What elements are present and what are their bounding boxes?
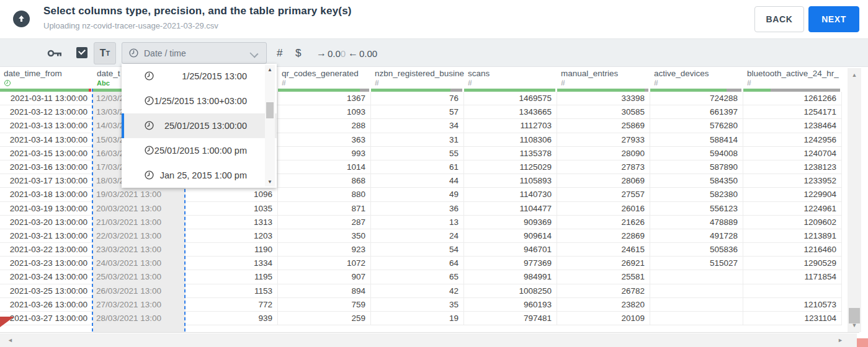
boolean-type-checkbox[interactable] <box>76 47 87 58</box>
table-cell: 2021-03-22 13:00:00 <box>0 243 93 257</box>
table-cell: 1014 <box>278 160 371 174</box>
clock-icon <box>144 95 154 106</box>
table-cell: 491728 <box>650 229 743 243</box>
arrow-up-icon <box>17 14 26 24</box>
dropdown-option[interactable]: 1/25/2015 13:00 <box>122 64 277 89</box>
dropdown-scroll-up-icon[interactable]: ▲ <box>265 67 275 72</box>
table-cell: 1105893 <box>464 174 557 188</box>
table-cell: 515027 <box>650 257 743 270</box>
currency-type-button[interactable]: $ <box>295 39 301 68</box>
table-cell: 42 <box>371 284 464 298</box>
number-type-indicator: # <box>375 79 464 87</box>
table-cell: 61 <box>371 160 464 174</box>
dropdown-option-label: 25/01/2015 1:00:00 pm <box>154 146 247 156</box>
table-cell: 1035 <box>186 202 278 216</box>
text-type-button[interactable]: TT <box>94 42 116 64</box>
back-button[interactable]: BACK <box>754 6 804 32</box>
table-cell: 505836 <box>650 243 743 257</box>
table-cell: 1195 <box>186 270 278 284</box>
table-cell: 2021-03-15 13:00:00 <box>0 147 93 160</box>
dropdown-scrollbar-thumb[interactable] <box>266 102 274 118</box>
table-cell: 19/03/2021 13:00 <box>93 188 186 201</box>
number-type-indicator: # <box>747 79 842 87</box>
table-cell: 556123 <box>650 202 743 216</box>
table-cell: 1367 <box>278 92 371 105</box>
datetime-format-select[interactable]: Date / time <box>122 42 267 64</box>
integer-type-button[interactable]: # <box>277 39 282 68</box>
table-cell: 26921 <box>557 257 650 270</box>
chevron-down-icon <box>249 49 258 58</box>
number-type-indicator: # <box>654 79 743 87</box>
column-header[interactable]: qr_codes_generated# <box>278 67 371 89</box>
table-cell: 1242956 <box>743 133 842 147</box>
table-cell: 22869 <box>557 229 650 243</box>
table-cell: 661397 <box>650 105 743 119</box>
table-cell: 797481 <box>464 312 557 325</box>
scroll-up-arrow-icon[interactable]: ▲ <box>848 72 861 78</box>
table-cell: 2021-03-13 13:00:00 <box>0 119 93 133</box>
arrow-right-icon: → <box>316 48 326 59</box>
increase-decimal-button[interactable]: →0.00 <box>316 39 346 68</box>
table-cell: 21626 <box>557 216 650 229</box>
table-cell: 576280 <box>650 119 743 133</box>
table-row: 2021-03-19 13:00:0020/03/2021 13:0010358… <box>0 202 842 216</box>
table-cell: 36 <box>371 202 464 216</box>
dropdown-option-label: 1/25/2015 13:00 <box>182 71 247 81</box>
dropdown-option[interactable]: 1/25/2015 13:00+03:00 <box>122 89 277 113</box>
column-name: qr_codes_generated <box>282 69 371 78</box>
table-cell: 20/03/2021 13:00 <box>93 202 186 216</box>
vertical-scrollbar-thumb[interactable] <box>849 308 860 323</box>
number-type-indicator: # <box>561 79 650 87</box>
table-cell: 923 <box>278 243 371 257</box>
table-row: 2021-03-18 13:00:0019/03/2021 13:0010968… <box>0 188 842 201</box>
wizard-header: Select columns type, precision, and the … <box>0 0 868 38</box>
table-cell: 24/03/2021 13:00 <box>93 257 186 270</box>
table-cell: 259 <box>278 312 371 325</box>
column-header[interactable]: active_devices# <box>650 67 743 89</box>
clock-icon <box>144 145 154 156</box>
table-cell: 1210573 <box>743 298 842 312</box>
table-cell: 27557 <box>557 188 650 201</box>
column-header[interactable]: nzbn_registered_busine# <box>371 67 464 89</box>
table-cell: 1290529 <box>743 257 842 270</box>
table-cell: 1209602 <box>743 216 842 229</box>
horizontal-scrollbar[interactable]: ◄ ► <box>0 333 857 347</box>
column-header[interactable]: scans# <box>464 67 557 89</box>
table-cell: 28069 <box>557 174 650 188</box>
table-cell: 1231104 <box>743 312 842 325</box>
table-cell: 1135378 <box>464 147 557 160</box>
column-header[interactable]: bluetooth_active_24_hr_# <box>743 67 842 89</box>
table-cell: 28090 <box>557 147 650 160</box>
table-row: 2021-03-26 13:00:0027/03/2021 13:0077275… <box>0 298 842 312</box>
page-title: Select columns type, precision, and the … <box>43 5 352 17</box>
table-cell: 287 <box>278 216 371 229</box>
table-cell: 1203 <box>186 229 278 243</box>
table-row: 2021-03-20 13:00:0021/03/2021 13:0013132… <box>0 216 842 229</box>
dropdown-option[interactable]: 25/01/2015 1:00:00 pm <box>122 138 277 163</box>
dropdown-option[interactable]: 25/01/2015 13:00:00 <box>122 113 277 138</box>
scroll-down-arrow-icon[interactable]: ▼ <box>848 322 861 328</box>
table-cell: 584350 <box>650 174 743 188</box>
dropdown-option[interactable]: Jan 25, 2015 1:00 pm <box>122 163 277 188</box>
column-header[interactable]: manual_entries# <box>557 67 650 89</box>
column-header[interactable]: date_time_from <box>0 67 93 89</box>
table-cell: 939 <box>186 312 278 325</box>
table-cell: 13 <box>371 216 464 229</box>
table-cell: 24 <box>371 229 464 243</box>
dropdown-option-label: Jan 25, 2015 1:00 pm <box>160 170 247 180</box>
table-cell: 25/03/2021 13:00 <box>93 270 186 284</box>
dropdown-scroll-down-icon[interactable]: ▼ <box>265 179 275 185</box>
primary-key-button[interactable] <box>47 39 63 68</box>
dropdown-scrollbar[interactable]: ▲ ▼ <box>265 65 275 187</box>
table-cell: 772 <box>186 298 278 312</box>
clock-icon <box>144 170 154 180</box>
next-button[interactable]: NEXT <box>808 6 859 32</box>
decrease-decimal-button[interactable]: ←0.00 <box>348 39 377 68</box>
table-cell: 588414 <box>650 133 743 147</box>
scroll-left-arrow-icon[interactable]: ◄ <box>7 337 13 343</box>
table-cell <box>650 270 743 284</box>
scroll-right-arrow-icon[interactable]: ► <box>838 337 843 343</box>
table-row: 2021-03-25 13:00:0026/03/2021 13:0011538… <box>0 284 842 298</box>
table-cell <box>650 312 743 325</box>
vertical-scrollbar[interactable]: ▲ ▼ <box>848 68 861 332</box>
